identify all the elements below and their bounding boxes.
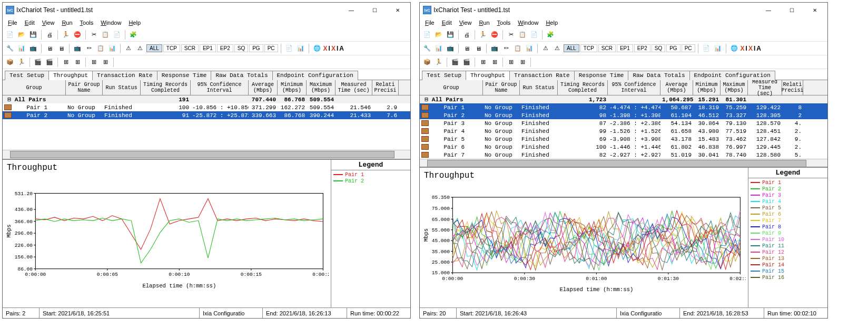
tool3-e-icon[interactable]: ⊞ [61, 57, 71, 68]
titlebar[interactable]: IxC IxChariot Test - untitled1.tst — ☐ ✕ [3, 3, 410, 17]
maximize-button[interactable]: ☐ [780, 3, 803, 17]
print-icon[interactable]: 🖨 [44, 30, 55, 40]
legend-item[interactable]: Pair 8 [751, 224, 825, 230]
open-icon[interactable]: 📂 [433, 30, 444, 40]
tool-i-icon[interactable]: 📊 [524, 43, 535, 54]
table-row[interactable]: Pair 2No GroupFinished98-1.398 : +1.3986… [420, 111, 827, 119]
tab-transaction-rate[interactable]: Transaction Rate [509, 71, 575, 80]
tab-test-setup[interactable]: Test Setup [422, 71, 466, 80]
puzzle-icon[interactable]: 🧩 [545, 30, 556, 40]
menu-window[interactable]: Window [97, 18, 124, 27]
tool-j-icon[interactable]: ⚠ [540, 43, 551, 54]
globe-icon[interactable]: 🌐 [729, 43, 739, 54]
tool3-a-icon[interactable]: 📦 [5, 57, 15, 68]
col-time[interactable]: Measured Time (sec) [336, 80, 372, 95]
menu-view[interactable]: View [456, 18, 475, 27]
pill-sq[interactable]: SQ [234, 44, 248, 52]
titlebar[interactable]: IxC IxChariot Test - untitled1.tst — ☐ ✕ [420, 3, 827, 17]
tab-endpoint-config[interactable]: Endpoint Configuration [272, 71, 358, 80]
tool3-b-icon[interactable]: 🏃 [16, 57, 27, 68]
puzzle-icon[interactable]: 🧩 [128, 30, 139, 40]
menu-file[interactable]: File [5, 18, 21, 27]
legend-item[interactable]: Pair 16 [751, 274, 825, 281]
col-time[interactable]: Measured Time (sec) [748, 80, 782, 95]
menu-run[interactable]: Run [58, 18, 75, 27]
tool-k-icon[interactable]: ⚠ [552, 43, 563, 54]
legend-item[interactable]: Pair 10 [751, 236, 825, 243]
legend-item[interactable]: Pair 14 [751, 262, 825, 268]
pill-pc[interactable]: PC [264, 44, 278, 52]
pill-ep2[interactable]: EP2 [217, 44, 233, 52]
new-icon[interactable]: 📄 [422, 30, 432, 40]
all-pairs-row[interactable]: ⊟ All Pairs1,7231,064.29515.29181.301 [420, 95, 827, 103]
tool-m-icon[interactable]: 📊 [713, 43, 723, 54]
tool3-d-icon[interactable]: 🎬 [44, 57, 55, 68]
tab-raw-data[interactable]: Raw Data Totals [211, 71, 272, 80]
tool3-a-icon[interactable]: 📦 [422, 57, 432, 68]
col-timing[interactable]: Timing Records Completed [558, 80, 608, 95]
table-row[interactable]: Pair 3No GroupFinished87-2.386 : +2.3865… [420, 119, 827, 127]
tool-e-icon[interactable]: 🖥 [473, 43, 484, 54]
menu-help[interactable]: Help [542, 18, 561, 27]
minimize-button[interactable]: — [340, 3, 363, 17]
tool3-b-icon[interactable]: 🏃 [433, 57, 444, 68]
close-button[interactable]: ✕ [803, 3, 826, 17]
table-row[interactable]: Pair 5No GroupFinished69-3.908 : +3.9084… [420, 135, 827, 143]
tool-m-icon[interactable]: 📊 [295, 43, 306, 54]
save-icon[interactable]: 💾 [445, 30, 456, 40]
legend-item[interactable]: Pair 1 [333, 171, 408, 178]
pill-ep1[interactable]: EP1 [617, 44, 633, 52]
col-avg[interactable]: Average (Mbps) [249, 80, 278, 95]
pill-scr[interactable]: SCR [181, 44, 199, 52]
tool3-e-icon[interactable]: ⊞ [478, 57, 488, 68]
all-pairs-row[interactable]: ⊟ All Pairs191707.44086.768509.554 [3, 95, 410, 103]
legend-item[interactable]: Pair 4 [751, 198, 825, 205]
new-icon[interactable]: 📄 [5, 30, 15, 40]
tool-b-icon[interactable]: 📊 [433, 43, 444, 54]
menu-edit[interactable]: Edit [439, 18, 455, 27]
pill-tcp[interactable]: TCP [580, 44, 597, 52]
legend-item[interactable]: Pair 9 [751, 230, 825, 236]
tab-test-setup[interactable]: Test Setup [5, 71, 49, 80]
throughput-chart[interactable]: 15.00025.00035.00045.00055.00065.00075.0… [422, 181, 746, 305]
paste-icon[interactable]: 📄 [112, 30, 122, 40]
tab-throughput[interactable]: Throughput [48, 71, 93, 80]
legend-item[interactable]: Pair 2 [333, 178, 408, 184]
pill-all[interactable]: ALL [146, 44, 162, 52]
tool-l-icon[interactable]: 📄 [284, 43, 294, 54]
tool-c-icon[interactable]: 📺 [445, 43, 456, 54]
col-ci[interactable]: 95% Confidence Interval [608, 80, 660, 95]
copy-icon[interactable]: 📋 [100, 30, 111, 40]
tool3-d-icon[interactable]: 🎬 [461, 57, 472, 68]
tool-l-icon[interactable]: 📄 [701, 43, 712, 54]
tool-d-icon[interactable]: 🖥 [461, 43, 472, 54]
tool-h-icon[interactable]: 📋 [512, 43, 523, 54]
cut-icon[interactable]: ✂ [88, 30, 99, 40]
paste-icon[interactable]: 📄 [529, 30, 539, 40]
throughput-chart[interactable]: 86.00156.00226.00296.00366.00436.00531.2… [5, 174, 329, 305]
col-ci[interactable]: 95% Confidence Interval [191, 80, 249, 95]
col-prec[interactable]: Relati Precisi [782, 80, 803, 95]
globe-icon[interactable]: 🌐 [312, 43, 322, 54]
tool-e-icon[interactable]: 🖥 [56, 43, 66, 54]
tool3-g-icon[interactable]: ⊞ [506, 57, 516, 68]
open-icon[interactable]: 📂 [16, 30, 27, 40]
tool-a-icon[interactable]: 🔧 [5, 43, 15, 54]
tool-j-icon[interactable]: ⚠ [123, 43, 134, 54]
col-group[interactable]: Group [3, 80, 66, 95]
tool-a-icon[interactable]: 🔧 [422, 43, 432, 54]
stop-icon[interactable]: ⛔ [72, 30, 83, 40]
tab-raw-data[interactable]: Raw Data Totals [628, 71, 689, 80]
table-row[interactable]: Pair 1No GroupFinished82-4.474 : +4.4745… [420, 103, 827, 111]
legend-item[interactable]: Pair 13 [751, 255, 825, 262]
tool3-g-icon[interactable]: ⊞ [88, 57, 99, 68]
menu-edit[interactable]: Edit [22, 18, 38, 27]
col-group[interactable]: Group [420, 80, 483, 95]
legend-item[interactable]: Pair 3 [751, 192, 825, 198]
table-row[interactable]: Pair 6No GroupFinished100-1.446 : +1.446… [420, 143, 827, 151]
legend-item[interactable]: Pair 2 [751, 186, 825, 192]
run-icon[interactable]: 🏃 [478, 30, 488, 40]
menu-tools[interactable]: Tools [494, 18, 514, 27]
stop-icon[interactable]: ⛔ [489, 30, 500, 40]
pill-tcp[interactable]: TCP [163, 44, 180, 52]
